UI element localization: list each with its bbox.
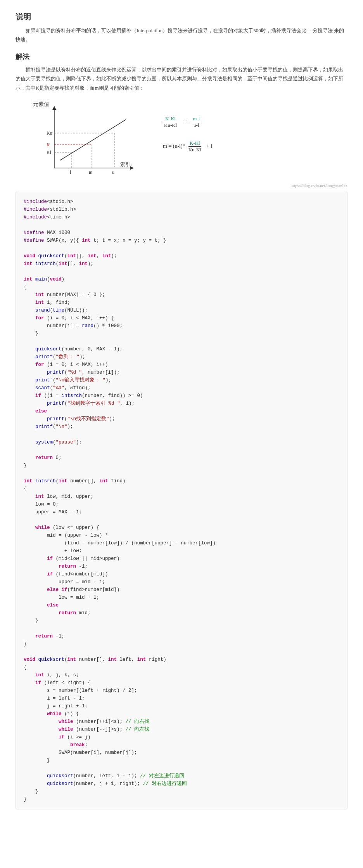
svg-text:Ku: Ku bbox=[47, 130, 52, 136]
formula1-fraction-right: m-l u-l bbox=[192, 116, 201, 128]
section-title-1: 说明 bbox=[16, 12, 347, 22]
formula-1: K-Kl Ku-Kl = m-l u-l bbox=[163, 116, 212, 128]
intro-paragraph: 如果却搜寻的资料分布平均的话，可以使用插补（Interpolation）搜寻法来… bbox=[16, 26, 347, 44]
code-block: #include<stdio.h> #include<stdlib.h> #in… bbox=[16, 192, 347, 809]
svg-line-5 bbox=[60, 120, 126, 160]
formula2-fraction: K-Kl Ku-Kl bbox=[187, 140, 202, 153]
svg-text:索引i: 索引i bbox=[120, 161, 132, 167]
svg-text:l: l bbox=[70, 170, 71, 175]
section-title-2: 解法 bbox=[16, 52, 347, 61]
svg-text:Kl: Kl bbox=[47, 150, 52, 155]
formula-area: K-Kl Ku-Kl = m-l u-l m = (u-l)* K-Kl Ku-… bbox=[163, 116, 212, 153]
page-container: 说明 如果却搜寻的资料分布平均的话，可以使用插补（Interpolation）搜… bbox=[0, 0, 363, 817]
diagram-svg: 元素值 bbox=[31, 100, 140, 179]
algo-paragraph: 插补搜寻法是以资料分布的近似直线来作比例运算，以求出中间的索引并进行资料比对，如… bbox=[16, 65, 347, 92]
formula2-suffix: + l bbox=[206, 143, 212, 149]
formula1-denominator-right: u-l bbox=[192, 122, 200, 128]
formula1-equals: = bbox=[183, 118, 187, 125]
formula1-fraction-left: K-Kl Ku-Kl bbox=[163, 116, 178, 128]
svg-text:K: K bbox=[47, 142, 50, 147]
svg-text:u: u bbox=[112, 170, 114, 175]
formula2-numerator: K-Kl bbox=[188, 140, 201, 147]
watermark: https://blog.csdn.net/longyuanlxz bbox=[16, 183, 347, 188]
formula1-numerator-left: K-Kl bbox=[164, 116, 177, 122]
formula2-prefix: m = (u-l)* bbox=[163, 143, 185, 149]
formula1-denominator-left: Ku-Kl bbox=[163, 122, 178, 128]
diagram-area: 元素值 bbox=[31, 100, 347, 179]
formula-2: m = (u-l)* K-Kl Ku-Kl + l bbox=[163, 140, 212, 153]
formula2-denominator: Ku-Kl bbox=[187, 147, 202, 153]
formula1-numerator-right: m-l bbox=[192, 116, 201, 122]
svg-text:m: m bbox=[89, 170, 93, 175]
svg-text:元素值: 元素值 bbox=[33, 101, 49, 107]
svg-marker-3 bbox=[52, 106, 56, 110]
